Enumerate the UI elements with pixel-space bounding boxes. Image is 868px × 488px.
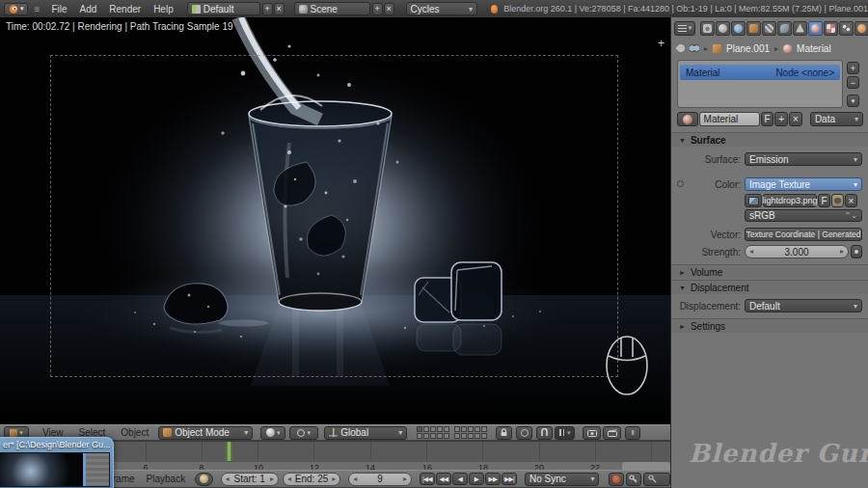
- menu-render[interactable]: Render: [109, 4, 141, 14]
- tab-object-data[interactable]: [793, 21, 807, 36]
- datablock-add-button[interactable]: +: [774, 112, 788, 126]
- lock-to-scene-button[interactable]: [496, 426, 512, 440]
- auto-keyframe-button[interactable]: [609, 473, 624, 486]
- mode-selector[interactable]: Object Mode ▾: [158, 426, 253, 440]
- playhead[interactable]: [228, 442, 231, 462]
- menu-object[interactable]: Object: [121, 427, 149, 438]
- render-status-text: Time: 00:02.72 | Rendering | Path Tracin…: [6, 21, 233, 32]
- menu-add[interactable]: Add: [80, 4, 97, 14]
- editor-type-button[interactable]: ▾: [4, 3, 28, 15]
- tab-object[interactable]: [746, 21, 761, 36]
- colorspace-selector[interactable]: sRGB ⌃⌄: [745, 209, 862, 222]
- jump-to-end-button[interactable]: ▶▶|: [502, 473, 517, 485]
- slot-specials-button[interactable]: ▼: [847, 95, 859, 107]
- pivot-point-selector[interactable]: ▾: [289, 426, 318, 440]
- next-keyframe-button[interactable]: ▶▶: [485, 473, 501, 485]
- layer-grid-left[interactable]: [417, 426, 450, 440]
- image-pack-button[interactable]: [831, 194, 844, 207]
- scene-selector[interactable]: Scene: [294, 2, 370, 15]
- scene-delete-button[interactable]: ×: [384, 3, 394, 15]
- scene-statistics: Blender.org 260.1 | Ve:278058 | Fa:44128…: [503, 4, 868, 14]
- datablock-source-selector[interactable]: Data ▾: [810, 112, 863, 126]
- viewport-3d[interactable]: Time: 00:02.72 | Rendering | Path Tracin…: [0, 17, 670, 424]
- image-browse-button[interactable]: [745, 194, 762, 207]
- panel-header-settings[interactable]: ► Settings: [671, 318, 868, 333]
- material-sphere-icon: [683, 115, 692, 124]
- add-panel-icon[interactable]: +: [658, 37, 665, 50]
- dot-icon: [854, 250, 858, 254]
- vector-label: Vector:: [673, 230, 741, 240]
- panel-header-surface[interactable]: ▼ Surface: [671, 132, 868, 147]
- frame-end-field[interactable]: ◂End: 25▸: [283, 473, 340, 486]
- key-icon: [629, 474, 637, 483]
- panel-header-displacement[interactable]: ▼ Displacement: [671, 280, 868, 294]
- tab-world[interactable]: [731, 21, 746, 36]
- breadcrumb-object[interactable]: Plane.001: [726, 43, 770, 54]
- datablock-unlink-button[interactable]: ×: [789, 112, 802, 126]
- thumbnail-image[interactable]: [0, 452, 110, 487]
- screen-layout-selector[interactable]: Default: [187, 2, 260, 15]
- opengl-render-button[interactable]: [583, 426, 601, 440]
- tab-material[interactable]: [808, 21, 823, 36]
- image-name-field[interactable]: lightdrop3.png: [763, 194, 817, 207]
- collapse-menus-icon[interactable]: ≡: [35, 4, 41, 14]
- properties-editor-type-button[interactable]: ▾: [674, 21, 695, 36]
- scene-icon: [719, 24, 727, 33]
- active-keying-set-selector[interactable]: [643, 473, 670, 486]
- tab-texture[interactable]: [824, 21, 838, 36]
- strength-slider[interactable]: ◂ 3.000 ▸: [745, 245, 849, 258]
- fake-user-button[interactable]: F: [761, 112, 774, 126]
- snap-toggle-button[interactable]: [536, 426, 553, 440]
- menu-playback[interactable]: Playback: [147, 474, 186, 484]
- tab-scene[interactable]: [716, 21, 730, 36]
- snap-element-selector[interactable]: ▾: [555, 426, 575, 440]
- current-frame-field[interactable]: ◂9▸: [348, 473, 412, 486]
- render-engine-selector[interactable]: Cycles ▾: [406, 2, 477, 15]
- pin-icon[interactable]: [675, 42, 686, 53]
- tab-constraints[interactable]: [762, 21, 776, 36]
- transform-orientation-selector[interactable]: Global ▾: [324, 426, 407, 440]
- panel-header-volume[interactable]: ► Volume: [671, 264, 868, 279]
- frame-start-field[interactable]: ◂Start: 1▸: [221, 473, 279, 486]
- collapse-arrow-icon: ▼: [679, 285, 686, 291]
- slot-remove-button[interactable]: −: [847, 76, 859, 89]
- proportional-edit-button[interactable]: [516, 426, 532, 440]
- scene-add-button[interactable]: +: [372, 3, 383, 15]
- play-button[interactable]: ▶: [469, 473, 484, 485]
- tab-modifiers[interactable]: [777, 21, 792, 36]
- play-reverse-button[interactable]: ◀: [452, 473, 468, 485]
- pause-updates-button[interactable]: ‖: [625, 426, 640, 440]
- jump-to-start-button[interactable]: |◀◀: [420, 473, 435, 485]
- tab-particles[interactable]: [839, 21, 854, 36]
- image-fake-user-button[interactable]: F: [818, 194, 830, 207]
- material-slot-list[interactable]: Material Node <none>: [677, 60, 843, 108]
- opengl-animation-button[interactable]: [603, 426, 621, 440]
- material-slot-row[interactable]: Material Node <none>: [680, 65, 840, 80]
- image-unlink-button[interactable]: ×: [845, 194, 857, 207]
- layer-grid-right[interactable]: [454, 426, 488, 440]
- prev-keyframe-button[interactable]: ◀◀: [436, 473, 451, 485]
- taskbar-thumbnail-popup[interactable]: er* [C:\Design\Blender Gu...: [0, 437, 114, 488]
- tab-physics[interactable]: [854, 21, 868, 36]
- slot-add-button[interactable]: +: [847, 62, 859, 74]
- strength-animate-button[interactable]: [851, 245, 862, 258]
- breadcrumb-tab[interactable]: Material: [797, 43, 831, 54]
- menu-help[interactable]: Help: [153, 4, 174, 14]
- material-preview-button[interactable]: [677, 112, 698, 126]
- layout-add-button[interactable]: +: [262, 3, 273, 15]
- layout-delete-button[interactable]: ×: [274, 3, 285, 15]
- vector-source-button[interactable]: Texture Coordinate | Generated: [745, 228, 862, 241]
- lock-icon: [500, 428, 508, 437]
- tab-render[interactable]: [700, 21, 715, 36]
- keying-set-button[interactable]: [626, 473, 641, 486]
- sync-mode-selector[interactable]: No Sync ▾: [525, 473, 599, 486]
- surface-type-selector[interactable]: Emission ▾: [745, 152, 862, 166]
- color-input-selector[interactable]: Image Texture ▾: [745, 177, 862, 191]
- viewport-shading-selector[interactable]: ▾: [260, 426, 285, 440]
- record-icon: [612, 475, 620, 483]
- material-name-field[interactable]: Material: [699, 112, 760, 126]
- displacement-method-selector[interactable]: Default ▾: [745, 299, 862, 312]
- image-datablock-row: lightdrop3.png F ×: [745, 194, 862, 207]
- time-toggle-button[interactable]: [195, 473, 212, 486]
- menu-file[interactable]: File: [51, 4, 67, 14]
